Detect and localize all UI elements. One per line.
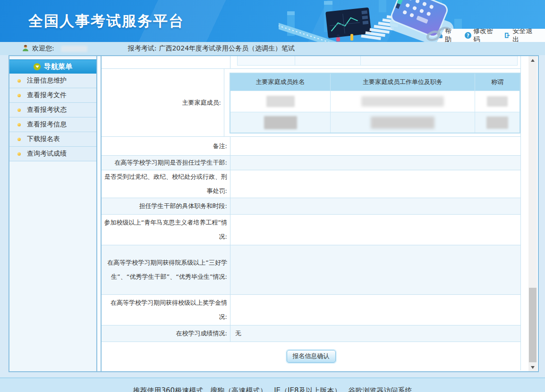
sidebar-item-label: 注册信息维护 (27, 76, 67, 85)
table-row-cadre-position: 担任学生干部的具体职务和时段: (102, 198, 520, 215)
help-label: 帮 助 (445, 27, 459, 42)
redacted-text (486, 117, 508, 129)
sidebar-item-label: 下载报名表 (27, 135, 60, 143)
row-value (230, 137, 520, 155)
table-row-family: 主要家庭成员: 主要家庭成员姓名 主要家庭成员工作单位及职务 称谓 (102, 69, 520, 137)
bullet-icon (17, 94, 21, 97)
arrow-down-icon (531, 366, 535, 369)
question-icon: ? (465, 32, 471, 39)
change-password-label: 修改密码 (473, 27, 498, 42)
content-scrollbar[interactable] (528, 56, 537, 371)
page: 全国人事考试服务平台 帮 助 ? 修改密码 安全退出 (0, 0, 545, 392)
row-value (230, 295, 520, 325)
row-label: 参加校级以上“青年马克思主义者培养工程”情况: (102, 215, 230, 245)
content-panel: 主要家庭成员: 主要家庭成员姓名 主要家庭成员工作单位及职务 称谓 (101, 56, 538, 371)
table-row-honors: 在高等学校学习期间获得院系级以上“三好学生”、“优秀学生干部”、“优秀毕业生”情… (102, 245, 520, 295)
inner-table-fragment (237, 56, 518, 66)
row-label: 担任学生干部的具体职务和时段: (102, 198, 230, 214)
sidebar-item-label: 查看报考状态 (27, 106, 67, 114)
bullet-icon (17, 108, 21, 112)
sidebar-item-view-exam-status[interactable]: 查看报考状态 (9, 103, 96, 117)
svg-text:?: ? (467, 33, 469, 38)
sidebar-item-view-exam-info[interactable]: 查看报考信息 (9, 117, 96, 132)
confirm-registration-button[interactable]: 报名信息确认 (287, 350, 336, 363)
row-value: 无 (230, 325, 520, 342)
bullet-icon (17, 152, 21, 156)
main-container: 导航菜单 注册信息维护 查看报考文件 查看报考状态 查看报考信息 (9, 55, 539, 372)
scroll-down-button[interactable] (528, 363, 537, 371)
page-title: 全国人事考试服务平台 (28, 11, 184, 31)
row-value (230, 215, 520, 245)
chevron-down-icon (34, 63, 41, 70)
welcome-greeting: 欢迎您: (32, 44, 54, 53)
table-row-marxist-program: 参加校级以上“青年马克思主义者培养工程”情况: (102, 215, 520, 245)
redacted-text (487, 96, 508, 107)
arrow-up-icon (531, 59, 535, 62)
column-header-workunit: 主要家庭成员工作单位及职务 (330, 74, 475, 91)
sidebar-item-label: 查询考试成绩 (27, 150, 67, 158)
user-avatar-icon (22, 44, 29, 53)
sidebar-nav-title: 导航菜单 (44, 62, 72, 71)
row-label: 备注: (102, 137, 230, 155)
row-label: 在高等学校学习期间获得院系级以上“三好学生”、“优秀学生干部”、“优秀毕业生”情… (102, 245, 230, 294)
row-label: 是否受到过党纪、政纪、校纪处分或行政、刑事处罚: (102, 170, 230, 198)
logout-link[interactable]: 安全退出 (504, 27, 537, 42)
sidebar-nav-header[interactable]: 导航菜单 (9, 59, 96, 74)
table-row-partial (102, 56, 520, 69)
row-value (230, 198, 520, 214)
exam-name: 广西2024年度考试录用公务员（选调生）笔试 (159, 44, 295, 53)
bullet-icon (17, 138, 21, 141)
redacted-text (361, 96, 444, 107)
bullet-icon (17, 123, 21, 126)
exit-icon (504, 32, 511, 39)
redacted-text (371, 117, 434, 129)
change-password-link[interactable]: ? 修改密码 (465, 27, 498, 42)
app-footer: 推荐使用360极速模式、搜狗（高速模式）、IE（IE8及以上版本）、谷歌浏览器访… (0, 377, 545, 392)
row-label: 在高等学校学习期间获得校级以上奖学金情况: (102, 295, 230, 325)
sidebar-item-registration-info[interactable]: 注册信息维护 (9, 74, 96, 88)
column-header-relation: 称谓 (475, 74, 519, 91)
application-form-table: 主要家庭成员: 主要家庭成员姓名 主要家庭成员工作单位及职务 称谓 (102, 56, 521, 370)
sidebar-item-label: 查看报考信息 (27, 120, 67, 129)
sidebar: 导航菜单 注册信息维护 查看报考文件 查看报考状态 查看报考信息 (9, 56, 97, 371)
table-row-academic-performance: 在校学习成绩情况: 无 (102, 325, 520, 342)
redacted-username (61, 46, 87, 52)
scrollbar-thumb[interactable] (529, 288, 536, 362)
row-value (230, 170, 520, 198)
sidebar-item-view-exam-files[interactable]: 查看报考文件 (9, 88, 96, 103)
browser-recommendation-text: 推荐使用360极速模式、搜狗（高速模式）、IE（IE8及以上版本）、谷歌浏览器访… (133, 386, 412, 392)
table-row-discipline: 是否受到过党纪、政纪、校纪处分或行政、刑事处罚: (102, 170, 520, 198)
row-label: 在高等学校学习期间是否担任过学生干部: (102, 156, 230, 170)
app-header: 全国人事考试服务平台 帮 助 ? 修改密码 安全退出 (0, 0, 545, 42)
scroll-up-button[interactable] (528, 56, 537, 64)
row-value (230, 156, 520, 170)
family-members-table: 主要家庭成员姓名 主要家庭成员工作单位及职务 称谓 (230, 73, 520, 133)
exam-label: 报考考试: (128, 44, 157, 53)
row-value (230, 245, 520, 294)
topbar: 帮 助 ? 修改密码 安全退出 (437, 29, 545, 42)
sidebar-item-query-scores[interactable]: 查询考试成绩 (9, 147, 96, 161)
family-table-row (230, 91, 519, 112)
sidebar-item-label: 查看报考文件 (27, 91, 67, 100)
family-table-header: 主要家庭成员姓名 主要家庭成员工作单位及职务 称谓 (230, 74, 519, 91)
table-row-student-cadre: 在高等学校学习期间是否担任过学生干部: (102, 156, 520, 170)
row-label: 在校学习成绩情况: (102, 325, 230, 342)
sidebar-item-download-form[interactable]: 下载报名表 (9, 132, 96, 147)
redacted-text (264, 116, 297, 129)
logout-label: 安全退出 (512, 27, 537, 42)
table-row-remarks: 备注: (102, 137, 520, 156)
family-table-row (230, 112, 519, 133)
row-label (102, 56, 230, 68)
table-row-scholarship: 在高等学校学习期间获得校级以上奖学金情况: (102, 295, 520, 325)
row-label: 主要家庭成员: (102, 69, 224, 136)
welcome-bar: 欢迎您: 报考考试: 广西2024年度考试录用公务员（选调生）笔试 (0, 42, 545, 55)
button-zone: 报名信息确认 (102, 342, 520, 370)
redacted-text (266, 96, 295, 107)
row-value: 主要家庭成员姓名 主要家庭成员工作单位及职务 称谓 (224, 69, 520, 136)
bullet-icon (17, 79, 21, 83)
column-header-name: 主要家庭成员姓名 (230, 74, 330, 91)
